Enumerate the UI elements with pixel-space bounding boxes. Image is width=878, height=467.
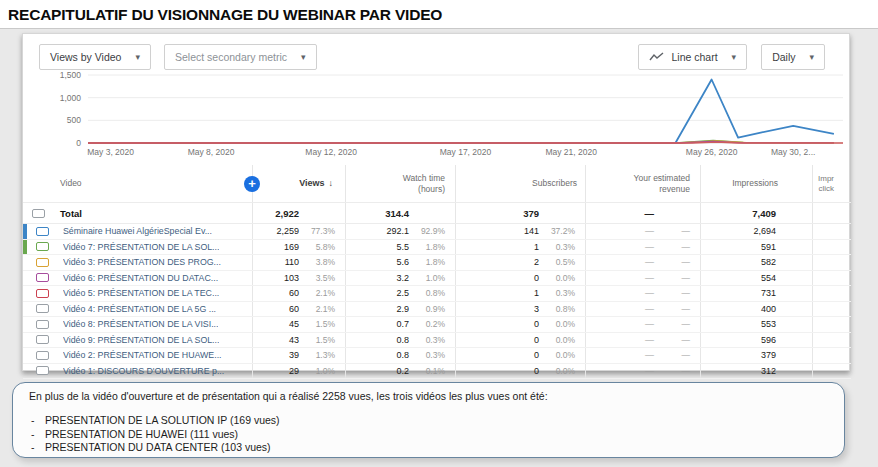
table-row[interactable]: Vidéo 5: PRÉSENTATION DE LA TEC... 602.1… [23,286,851,302]
total-subscribers: 379 [523,208,539,219]
row-checkbox[interactable] [36,351,49,360]
table-row[interactable]: Vidéo 1: DISCOURS D'OUVERTURE p... 291.0… [23,364,851,380]
subscribers-pct: 0.0% [539,350,575,360]
row-checkbox[interactable] [36,273,49,282]
views-value: 2,259 [276,226,299,236]
impressions-value: 731 [701,286,813,301]
secondary-metric-dropdown[interactable]: Select secondary metric ▾ [164,44,317,70]
column-header-subscribers[interactable]: Subscribers [456,165,586,202]
granularity-label: Daily [772,51,795,63]
subscribers-pct: 0.3% [539,242,575,252]
slide-title-bar: RECAPITULATIF DU VISIONNAGE DU WEBINAR P… [0,0,878,29]
subscribers-pct: 0.0% [539,273,575,283]
watch-time-pct: 0.1% [409,366,445,376]
chart-toolbar: Views by Video ▾ Select secondary metric… [39,44,825,70]
watch-time-value: 0.2 [396,366,409,376]
views-pct: 2.1% [299,288,335,298]
video-title[interactable]: Vidéo 7: PRÉSENTATION DE LA SOL... [63,242,219,252]
chevron-down-icon: ▾ [732,52,737,62]
chart-type-dropdown[interactable]: Line chart ▾ [638,44,747,70]
impressions-value: 582 [701,255,813,270]
views-value: 103 [284,273,299,283]
watch-time-value: 0.8 [396,350,409,360]
table-row[interactable]: Séminaire Huawei AlgérieSpecial Ev... 2,… [23,224,851,240]
column-header-impressions[interactable]: Impressions [701,165,813,202]
total-label: Total [60,208,82,219]
table-row[interactable]: Vidéo 8: PRÉSENTATION DE LA VISI... 451.… [23,317,851,333]
video-title[interactable]: Vidéo 8: PRÉSENTATION DE LA VISI... [63,319,218,329]
video-title[interactable]: Vidéo 3: PRÉSENTATION DES PROG... [63,257,221,267]
row-checkbox[interactable] [36,227,49,236]
table-row[interactable]: Vidéo 7: PRÉSENTATION DE LA SOL... 1695.… [23,240,851,256]
impressions-value: 554 [701,271,813,286]
table-row[interactable]: Vidéo 2: PRÉSENTATION DE HUAWE... 391.3%… [23,348,851,364]
x-tick-label: May 26, 2020 [686,147,738,157]
views-pct: 1.0% [299,366,335,376]
views-value: 39 [289,350,299,360]
table-row[interactable]: Vidéo 3: PRÉSENTATION DES PROG... 1103.8… [23,255,851,271]
column-header-views[interactable]: Views ↓ [253,165,346,202]
impressions-value: 596 [701,333,813,348]
impressions-value: 591 [701,240,813,255]
chart-plot [88,74,843,144]
primary-metric-dropdown[interactable]: Views by Video ▾ [39,44,151,70]
video-title[interactable]: Vidéo 1: DISCOURS D'OUVERTURE p... [63,366,224,376]
watch-time-value: 2.5 [396,288,409,298]
row-checkbox[interactable] [36,366,49,375]
revenue-pct: — [654,242,690,252]
y-tick-label: 500 [67,115,81,125]
watch-time-pct: 1.0% [409,273,445,283]
x-tick-label: May 30, 2... [771,147,815,157]
note-bullet: -PRESENTATION DU DATA CENTER (103 vues) [29,441,830,455]
row-checkbox[interactable] [36,289,49,298]
views-pct: 77.3% [299,226,335,236]
revenue-pct: — [654,273,690,283]
row-color-bar [23,224,27,239]
revenue-pct: — [654,335,690,345]
total-checkbox[interactable] [32,209,45,218]
watch-time-value: 5.6 [396,257,409,267]
total-impressions: 7,409 [701,203,813,223]
chevron-down-icon: ▾ [809,52,814,62]
add-metric-button[interactable]: + [244,176,260,192]
table-row[interactable]: Vidéo 9: PRÉSENTATION DE LA SOL... 431.5… [23,333,851,349]
video-title[interactable]: Vidéo 5: PRÉSENTATION DE LA TEC... [63,288,219,298]
row-color-bar [23,271,27,286]
video-title[interactable]: Vidéo 4: PRÉSENTATION DE LA 5G ... [63,304,216,314]
video-title[interactable]: Vidéo 2: PRÉSENTATION DE HUAWE... [63,350,222,360]
column-header-watch-time[interactable]: Watch time (hours) [346,165,456,202]
row-checkbox[interactable] [36,258,49,267]
total-views: 2,922 [275,208,299,219]
summary-note-box: En plus de la vidéo d'ouverture et de pr… [12,382,845,458]
row-checkbox[interactable] [36,335,49,344]
granularity-dropdown[interactable]: Daily ▾ [761,44,825,70]
watch-time-value: 2.9 [396,304,409,314]
video-title[interactable]: Séminaire Huawei AlgérieSpecial Ev... [63,226,212,236]
revenue-value: — [645,350,654,360]
table-total-row: Total 2,922 314.4 379 — 7,409 [23,203,851,224]
views-pct: 2.1% [299,304,335,314]
revenue-value: — [645,273,654,283]
video-title[interactable]: Vidéo 6: PRÉSENTATION DU DATAC... [63,273,218,283]
impressions-value: 379 [701,348,813,363]
row-checkbox[interactable] [36,242,49,251]
table-row[interactable]: Vidéo 6: PRÉSENTATION DU DATAC... 1033.5… [23,271,851,287]
row-checkbox[interactable] [36,304,49,313]
analytics-page: RECAPITULATIF DU VISIONNAGE DU WEBINAR P… [0,0,878,467]
row-color-bar [23,364,27,379]
views-value: 43 [289,335,299,345]
revenue-value: — [645,319,654,329]
row-checkbox[interactable] [36,320,49,329]
table-row[interactable]: Vidéo 4: PRÉSENTATION DE LA 5G ... 602.1… [23,302,851,318]
revenue-pct: — [654,304,690,314]
watch-time-pct: 0.8% [409,288,445,298]
impressions-value: 2,694 [701,224,813,239]
video-title[interactable]: Vidéo 9: PRÉSENTATION DE LA SOL... [63,335,219,345]
column-header-video[interactable]: Video [23,165,253,202]
row-color-bar [23,286,27,301]
column-header-revenue[interactable]: Your estimated revenue [586,165,701,202]
x-tick-label: May 21, 2020 [545,147,597,157]
column-header-impressions-ctr[interactable]: Impr click [813,174,851,194]
revenue-value: — [645,288,654,298]
revenue-value: — [645,226,654,236]
